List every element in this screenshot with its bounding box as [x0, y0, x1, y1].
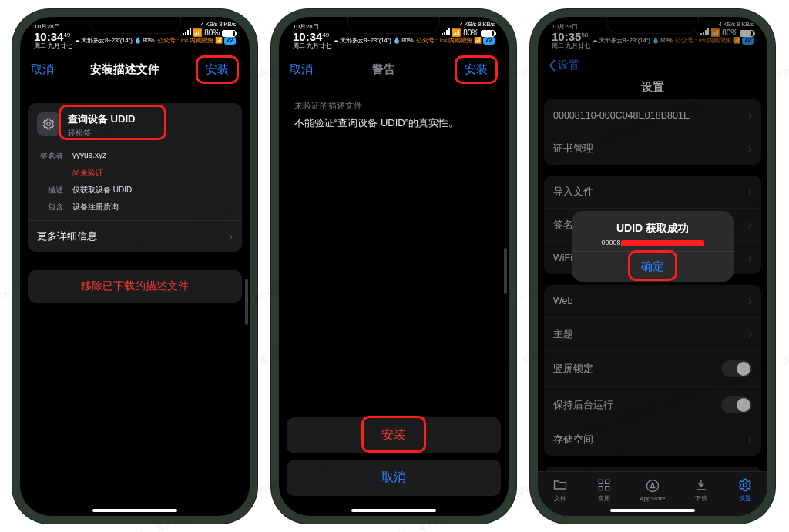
gear-icon — [737, 477, 754, 493]
download-icon — [693, 477, 710, 493]
page-title: 安装描述文件 — [90, 62, 159, 77]
page-title: 警告 — [372, 62, 395, 77]
notch — [606, 17, 699, 34]
redaction-bar — [621, 240, 704, 246]
home-indicator[interactable] — [610, 509, 695, 512]
tab-files[interactable]: 文件 — [552, 477, 569, 503]
home-indicator[interactable] — [92, 509, 177, 512]
grid-icon — [596, 477, 613, 493]
tab-settings[interactable]: 设置 — [737, 477, 754, 503]
appstore-icon — [644, 478, 661, 494]
unverified-label: 尚未验证 — [72, 168, 103, 179]
nav-bar: 取消 警告 安装 — [279, 54, 509, 85]
warning-body: 不能验证“查询设备 UDID”的真实性。 — [287, 116, 501, 130]
more-details-row[interactable]: 更多详细信息› — [28, 220, 242, 252]
svg-rect-4 — [606, 487, 609, 490]
gear-icon — [37, 112, 60, 136]
folder-icon — [552, 477, 569, 493]
notch — [347, 17, 440, 34]
install-sheet-button[interactable]: 安装 — [287, 417, 501, 453]
profile-title: 查询设备 UDID — [68, 112, 135, 126]
notch — [89, 17, 181, 34]
tab-apps[interactable]: 应用 — [596, 477, 613, 503]
install-button[interactable]: 安装 — [196, 55, 239, 84]
cancel-button[interactable]: 取消 — [31, 62, 54, 77]
svg-rect-3 — [599, 487, 603, 490]
home-indicator[interactable] — [351, 509, 436, 512]
svg-point-6 — [744, 483, 747, 487]
alert-ok-button[interactable]: 确定 — [572, 251, 734, 282]
cancel-sheet-button[interactable]: 取消 — [287, 460, 501, 496]
svg-rect-1 — [599, 480, 603, 483]
phone-2: 10月28日 10:3449 周二 九月廿七 4 KB/s 8 KB/s 📶 8… — [271, 9, 516, 524]
tab-appstore[interactable]: AppStore — [640, 478, 665, 502]
phone-1: 10月28日 10:3449 周二 九月廿七 4 KB/s 8 KB/s 📶 8… — [12, 9, 257, 524]
install-button[interactable]: 安装 — [455, 55, 498, 84]
chevron-right-icon: › — [229, 229, 233, 243]
svg-point-0 — [47, 122, 51, 126]
scrollbar[interactable] — [245, 279, 248, 325]
phone-3: 10月28日 10:3558 周二 九月廿七 4 KB/s 8 KB/s 📶 8… — [530, 9, 775, 524]
svg-point-5 — [646, 480, 658, 492]
profile-subtitle: 轻松签 — [68, 128, 135, 139]
signal-icon — [183, 28, 191, 35]
nav-bar: 取消 安装描述文件 安装 — [20, 54, 250, 85]
tab-downloads[interactable]: 下载 — [693, 477, 710, 503]
profile-card: 查询设备 UDID 轻松签 签名者yyyue.xyz 尚未验证 描述仅获取设备 … — [28, 103, 242, 252]
alert-title: UDID 获取成功 — [572, 211, 734, 237]
remove-profile-button[interactable]: 移除已下载的描述文件 — [28, 270, 242, 303]
udid-success-alert: UDID 获取成功 00008 确定 — [572, 211, 734, 282]
scrollbar[interactable] — [504, 248, 507, 294]
cancel-button[interactable]: 取消 — [290, 62, 313, 77]
alert-udid: 00008 — [572, 237, 734, 251]
section-header: 未验证的描述文件 — [287, 85, 501, 116]
svg-rect-2 — [606, 480, 609, 483]
